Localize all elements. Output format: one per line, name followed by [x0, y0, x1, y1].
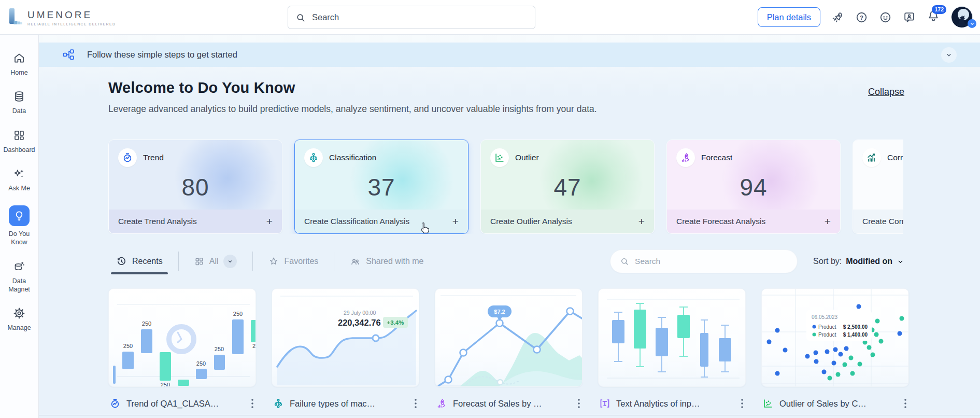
sidebar-item-manage[interactable]: Manage [0, 306, 38, 332]
recent-item-title[interactable]: Text Analytics of inp… [616, 399, 734, 409]
classification-analysis-card[interactable]: Classification 37 Create Classification … [294, 140, 468, 234]
search-icon [295, 12, 306, 23]
svg-text:250: 250 [233, 311, 243, 317]
list-search-input[interactable] [635, 257, 788, 266]
divider [252, 252, 253, 271]
main-content: Follow these simple steps to get started… [39, 35, 980, 418]
kebab-menu-icon[interactable] [903, 398, 908, 409]
kebab-menu-icon[interactable] [576, 398, 581, 409]
outlier-thumbnail[interactable]: 06.05.2023 Product $ 2,500.00 Product $ … [761, 288, 909, 387]
recent-item-classification: 29 July 00:00 220,342.76 +3.4% Failure t… [272, 288, 419, 409]
recent-item-title[interactable]: Outlier of Sales by C… [779, 399, 897, 409]
sort-dropdown[interactable]: Sort by: Modified on [813, 257, 904, 266]
kebab-menu-icon[interactable] [250, 398, 255, 409]
divider [334, 252, 334, 271]
svg-text:250: 250 [161, 382, 170, 387]
forecast-count: 94 [676, 173, 831, 201]
plus-icon[interactable]: + [825, 215, 831, 228]
chevron-down-icon [897, 258, 904, 266]
outlier-analysis-card[interactable]: Outlier 47 Create Outlier Analysis + [480, 140, 655, 234]
sidebar-item-do-you-know[interactable]: Do You Know [0, 205, 38, 247]
list-search[interactable] [610, 249, 798, 273]
logo-tagline: RELIABLE INTELLIGENCE DELIVERED [27, 22, 116, 26]
plus-icon[interactable]: + [452, 215, 459, 228]
create-correlation-analysis-button[interactable]: Create Correlation Analysis + [853, 210, 903, 233]
plan-details-button[interactable]: Plan details [758, 7, 820, 27]
svg-text:Product: Product [818, 332, 836, 338]
text-analytics-thumbnail[interactable] [598, 288, 746, 387]
topbar: UMENORE RELIABLE INTELLIGENCE DELIVERED … [0, 0, 980, 35]
trend-analysis-card[interactable]: Trend 80 Create Trend Analysis + [108, 140, 282, 234]
tab-all[interactable]: All [194, 248, 237, 274]
steps-flow-icon [62, 48, 75, 61]
outlier-count: 47 [490, 173, 645, 201]
sidebar-item-ask-me[interactable]: Ask Me [0, 167, 38, 192]
trend-thumbnail[interactable]: 250 250 250 250 250 250 2 [108, 288, 256, 387]
create-forecast-analysis-button[interactable]: Create Forecast Analysis + [667, 210, 840, 233]
svg-text:Product: Product [818, 324, 836, 330]
tab-recents[interactable]: Recents [116, 248, 163, 274]
star-icon [268, 256, 279, 267]
list-toolbar: Recents All [116, 248, 904, 274]
all-dropdown-chevron-icon[interactable] [223, 255, 237, 268]
create-classification-analysis-button[interactable]: Create Classification Analysis + [295, 210, 468, 233]
svg-text:250: 250 [215, 346, 224, 352]
analysis-cards-row: Trend 80 Create Trend Analysis + [108, 140, 903, 234]
recent-item-title[interactable]: Failure types of mac… [290, 399, 407, 409]
plus-icon[interactable]: + [638, 215, 645, 228]
forecast-analysis-card[interactable]: Forecast 94 Create Forecast Analysis + [666, 140, 841, 234]
recent-item-forecast: $7.2 Forecast of Sales by … [435, 288, 583, 409]
classification-tree-icon [304, 148, 323, 167]
gear-icon [13, 306, 25, 320]
svg-text:$7.2: $7.2 [494, 309, 505, 315]
forecast-thumbnail[interactable]: $7.2 [435, 288, 583, 387]
page-title: Welcome to Do You Know [108, 79, 295, 96]
banner-collapse-chevron-icon[interactable] [941, 47, 957, 63]
svg-text:+3.4%: +3.4% [387, 319, 404, 326]
rocket-icon[interactable] [831, 11, 844, 24]
recent-item-text-analytics: Text Analytics of inp… [598, 288, 746, 409]
logo-text: UMENORE [27, 9, 116, 21]
svg-text:2: 2 [252, 343, 255, 349]
notification-count-badge: 172 [932, 5, 946, 14]
correlation-analysis-card[interactable]: Correlation Create Correlation Analysis … [853, 140, 903, 234]
recent-item-title[interactable]: Forecast of Sales by … [453, 399, 571, 409]
database-icon [13, 90, 25, 103]
sidebar-item-data[interactable]: Data [0, 90, 38, 115]
divider [39, 415, 980, 415]
kebab-menu-icon[interactable] [413, 398, 418, 409]
collapse-link[interactable]: Collapse [868, 87, 904, 97]
lumenore-logo-mark-icon [8, 8, 24, 27]
create-trend-analysis-button[interactable]: Create Trend Analysis + [109, 210, 282, 233]
feedback-icon[interactable] [903, 11, 916, 24]
sidebar-item-dashboard[interactable]: Dashboard [0, 129, 38, 154]
tab-shared-with-me[interactable]: Shared with me [350, 248, 423, 274]
recent-item-title[interactable]: Trend of QA1_CLASA… [126, 399, 244, 409]
recent-items-row: 250 250 250 250 250 250 2 [108, 288, 980, 409]
sparkles-icon [13, 167, 25, 180]
forecast-rocket-icon [676, 148, 695, 167]
user-avatar[interactable] [951, 6, 973, 28]
lumenore-logo: UMENORE RELIABLE INTELLIGENCE DELIVERED [8, 8, 116, 27]
avatar-chevron-icon[interactable] [968, 19, 976, 28]
help-icon[interactable]: ? [855, 11, 868, 24]
tab-favorites[interactable]: Favorites [268, 248, 318, 274]
create-outlier-analysis-button[interactable]: Create Outlier Analysis + [481, 210, 654, 233]
divider [178, 252, 179, 271]
sidebar-item-home[interactable]: Home [0, 51, 38, 77]
history-icon [116, 256, 127, 267]
grid-icon [194, 257, 204, 267]
sidebar-item-data-magnet[interactable]: Data Magnet [0, 260, 38, 294]
global-search-input[interactable] [312, 12, 528, 22]
classification-thumbnail[interactable]: 29 July 00:00 220,342.76 +3.4% [272, 288, 419, 387]
recent-item-outlier: 06.05.2023 Product $ 2,500.00 Product $ … [761, 288, 909, 409]
kebab-menu-icon[interactable] [740, 398, 745, 409]
global-search[interactable] [288, 6, 535, 29]
sidebar: Home Data Dashboard [0, 35, 39, 418]
classification-tree-icon [273, 398, 284, 409]
bulb-icon [9, 205, 30, 226]
plus-icon[interactable]: + [266, 215, 273, 228]
home-icon [13, 51, 25, 65]
support-bot-icon[interactable] [879, 11, 892, 24]
svg-text:250: 250 [123, 343, 133, 349]
